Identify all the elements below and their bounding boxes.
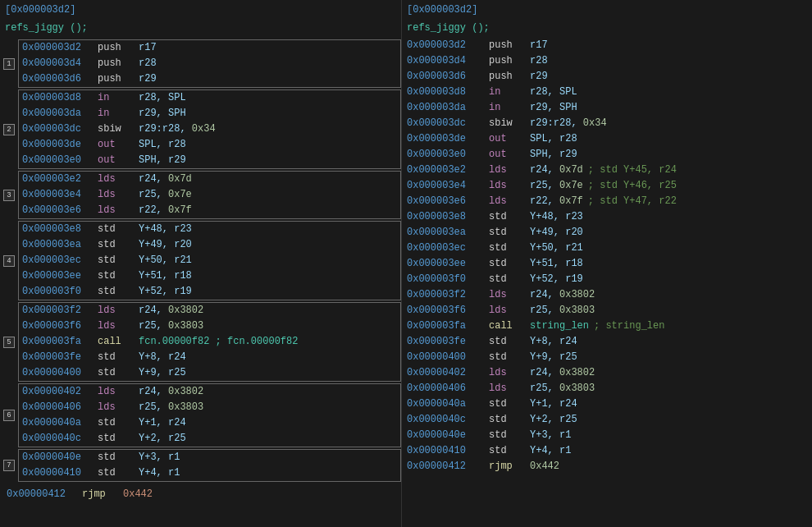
group-badge-5: 5 bbox=[3, 337, 15, 348]
asm-ops: r24, 0x3802 bbox=[530, 365, 595, 381]
left-asm-row[interactable]: 0x000003d6pushr29 bbox=[19, 71, 400, 87]
left-asm-row[interactable]: 0x000003d2pushr17 bbox=[19, 40, 400, 56]
left-asm-row[interactable]: 0x000003ecstdY+50, r21 bbox=[19, 253, 400, 268]
right-asm-row[interactable]: 0x00000410stdY+4, r1 bbox=[402, 443, 812, 459]
right-asm-row[interactable]: 0x000003eestdY+51, r18 bbox=[402, 256, 812, 272]
left-asm-row[interactable]: 0x000003dcsbiwr29:r28, 0x34 bbox=[19, 121, 400, 137]
left-asm-row[interactable]: 0x000003festdY+8, r24 bbox=[19, 350, 400, 365]
right-asm-row[interactable]: 0x000003f0stdY+52, r19 bbox=[402, 272, 812, 287]
left-asm-row[interactable]: 0x0000040astdY+1, r24 bbox=[19, 415, 400, 431]
group-1: 10x000003d2pushr170x000003d4pushr280x000… bbox=[3, 39, 401, 88]
asm-mnem: std bbox=[98, 284, 139, 300]
left-asm-row[interactable]: 0x000003d4pushr28 bbox=[19, 56, 400, 71]
left-asm-row[interactable]: 0x000003e2ldsr24, 0x7d bbox=[19, 172, 400, 187]
asm-mnem: std bbox=[489, 334, 530, 350]
left-asm-row[interactable]: 0x000003e0outSPH, r29 bbox=[19, 153, 400, 168]
asm-mnem: std bbox=[489, 396, 530, 412]
left-asm-row[interactable]: 0x0000040estdY+3, r1 bbox=[19, 450, 400, 465]
left-asm-row[interactable]: 0x00000402ldsr24, 0x3802 bbox=[19, 384, 400, 400]
right-asm-row[interactable]: 0x000003ecstdY+50, r21 bbox=[402, 241, 812, 256]
asm-addr: 0x00000406 bbox=[407, 381, 489, 396]
left-asm-row[interactable]: 0x0000040cstdY+2, r25 bbox=[19, 431, 400, 447]
right-func-header: refs_jiggy (); bbox=[402, 20, 812, 36]
left-asm-row[interactable]: 0x000003eastdY+49, r20 bbox=[19, 237, 400, 253]
right-asm-row[interactable]: 0x000003d6pushr29 bbox=[402, 69, 812, 85]
asm-ops: Y+50, r21 bbox=[530, 241, 583, 256]
asm-mnem: lds bbox=[98, 203, 139, 218]
left-asm-row[interactable]: 0x00000400stdY+9, r25 bbox=[19, 365, 400, 381]
asm-ops: Y+3, r1 bbox=[530, 428, 571, 443]
left-asm-row[interactable]: 0x00000410stdY+4, r1 bbox=[19, 465, 400, 481]
right-asm-row[interactable]: 0x000003e0outSPH, r29 bbox=[402, 147, 812, 163]
right-asm-row[interactable]: 0x000003d2pushr17 bbox=[402, 38, 812, 53]
left-footer-row[interactable]: 0x00000412rjmp0x442 bbox=[5, 487, 396, 502]
right-asm-row[interactable]: 0x0000040astdY+1, r24 bbox=[402, 396, 812, 412]
right-asm-row[interactable]: 0x000003deoutSPL, r28 bbox=[402, 131, 812, 147]
right-asm-row[interactable]: 0x00000412rjmp0x442 bbox=[402, 459, 812, 474]
right-asm-row[interactable]: 0x00000400stdY+9, r25 bbox=[402, 350, 812, 365]
asm-addr: 0x000003e8 bbox=[22, 222, 98, 237]
left-asm-row[interactable]: 0x000003e4ldsr25, 0x7e bbox=[19, 187, 400, 203]
asm-ops: r28, SPL bbox=[530, 85, 577, 100]
right-asm-row[interactable]: 0x000003f6ldsr25, 0x3803 bbox=[402, 303, 812, 318]
asm-addr: 0x000003f0 bbox=[22, 284, 98, 300]
asm-addr: 0x0000040c bbox=[22, 431, 98, 447]
left-asm-row[interactable]: 0x000003d8inr28, SPL bbox=[19, 90, 400, 106]
asm-ops: r24, 0x3802 bbox=[139, 303, 203, 318]
asm-addr: 0x000003fe bbox=[407, 334, 489, 350]
asm-ops: Y+51, r18 bbox=[530, 256, 583, 272]
left-asm-row[interactable]: 0x000003e6ldsr22, 0x7f bbox=[19, 203, 400, 218]
asm-mnem: std bbox=[489, 412, 530, 428]
left-asm-row[interactable]: 0x00000406ldsr25, 0x3803 bbox=[19, 400, 400, 415]
right-asm-row[interactable]: 0x000003e4ldsr25, 0x7e; std Y+46, r25 bbox=[402, 178, 812, 194]
asm-addr: 0x000003e4 bbox=[22, 187, 98, 203]
left-footer: 0x00000412rjmp0x442 bbox=[0, 485, 401, 504]
right-asm-row[interactable]: 0x000003dainr29, SPH bbox=[402, 100, 812, 116]
right-asm-row[interactable]: 0x000003eastdY+49, r20 bbox=[402, 225, 812, 241]
left-asm-row[interactable]: 0x000003eestdY+51, r18 bbox=[19, 268, 400, 284]
right-asm-row[interactable]: 0x000003d4pushr28 bbox=[402, 53, 812, 69]
left-asm-row[interactable]: 0x000003facallfcn.00000f82 ; fcn.00000f8… bbox=[19, 334, 400, 350]
asm-mnem: std bbox=[98, 350, 139, 365]
asm-mnem: std bbox=[489, 256, 530, 272]
right-asm-row[interactable]: 0x000003e2ldsr24, 0x7d; std Y+45, r24 bbox=[402, 163, 812, 178]
asm-mnem: out bbox=[489, 131, 530, 147]
left-asm-row[interactable]: 0x000003deoutSPL, r28 bbox=[19, 137, 400, 153]
right-asm-row[interactable]: 0x000003f2ldsr24, 0x3802 bbox=[402, 287, 812, 303]
right-asm-row[interactable]: 0x00000402ldsr24, 0x3802 bbox=[402, 365, 812, 381]
asm-addr: 0x000003ec bbox=[22, 253, 98, 268]
asm-mnem: out bbox=[98, 137, 139, 153]
left-asm-row[interactable]: 0x000003f0stdY+52, r19 bbox=[19, 284, 400, 300]
asm-addr: 0x000003e2 bbox=[407, 163, 489, 178]
left-asm-row[interactable]: 0x000003f2ldsr24, 0x3802 bbox=[19, 303, 400, 318]
left-asm-row[interactable]: 0x000003e8stdY+48, r23 bbox=[19, 222, 400, 237]
asm-ops: r22, 0x7f bbox=[139, 203, 192, 218]
asm-mnem: lds bbox=[489, 287, 530, 303]
right-asm-row[interactable]: 0x000003facallstring_len; string_len bbox=[402, 318, 812, 334]
asm-ops: Y+52, r19 bbox=[530, 272, 583, 287]
right-asm-row[interactable]: 0x000003d8inr28, SPL bbox=[402, 85, 812, 100]
asm-ops: r25, 0x3803 bbox=[530, 381, 595, 396]
left-asm-row[interactable]: 0x000003dainr29, SPH bbox=[19, 106, 400, 121]
asm-addr: 0x000003fa bbox=[407, 318, 489, 334]
group-2: 20x000003d8inr28, SPL0x000003dainr29, SP… bbox=[3, 89, 401, 169]
asm-mnem: std bbox=[98, 465, 139, 481]
asm-ops: SPH, r29 bbox=[139, 153, 186, 168]
right-asm-row[interactable]: 0x0000040estdY+3, r1 bbox=[402, 428, 812, 443]
right-asm-row[interactable]: 0x00000406ldsr25, 0x3803 bbox=[402, 381, 812, 396]
right-asm-row[interactable]: 0x000003e8stdY+48, r23 bbox=[402, 209, 812, 225]
asm-mnem: std bbox=[98, 431, 139, 447]
asm-ops: Y+49, r20 bbox=[139, 237, 192, 253]
asm-ops: Y+9, r25 bbox=[530, 350, 577, 365]
right-asm-row[interactable]: 0x000003festdY+8, r24 bbox=[402, 334, 812, 350]
asm-mnem: lds bbox=[489, 163, 530, 178]
asm-addr: 0x000003f2 bbox=[407, 287, 489, 303]
asm-comment: ; std Y+46, r25 bbox=[588, 178, 677, 194]
right-asm-row[interactable]: 0x0000040cstdY+2, r25 bbox=[402, 412, 812, 428]
right-asm-row[interactable]: 0x000003e6ldsr22, 0x7f; std Y+47, r22 bbox=[402, 194, 812, 209]
left-asm-row[interactable]: 0x000003f6ldsr25, 0x3803 bbox=[19, 318, 400, 334]
right-asm-row[interactable]: 0x000003dcsbiwr29:r28, 0x34 bbox=[402, 116, 812, 131]
asm-mnem: call bbox=[489, 318, 530, 334]
asm-mnem: lds bbox=[98, 384, 139, 400]
group-7: 70x0000040estdY+3, r10x00000410stdY+4, r… bbox=[3, 449, 401, 482]
